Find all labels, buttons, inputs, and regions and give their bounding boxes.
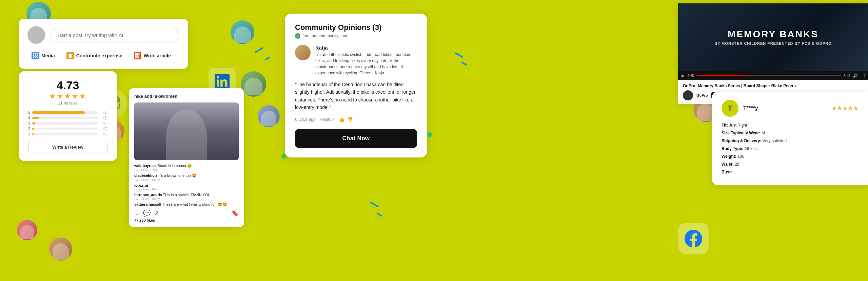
review-avatar: T	[722, 100, 738, 117]
article-label: Write article	[144, 53, 171, 58]
review-stars: ★★★★★	[831, 105, 859, 112]
helpful-label: Helpful?	[320, 117, 335, 122]
linkedin-user-avatar	[27, 26, 45, 44]
review-size: Size Typically Wear: M	[722, 130, 859, 136]
review-body-type: Body Type: Athletic	[722, 146, 859, 152]
yt-duration: 8:12	[844, 74, 850, 78]
thumbs-down-button[interactable]: 👎	[347, 117, 353, 122]
bar-2: 2 (0)	[28, 127, 107, 131]
community-source: ✓ from our community chat	[295, 33, 417, 39]
dash-decoration-6	[461, 61, 467, 66]
community-source-text: from our community chat	[302, 34, 347, 38]
yt-fullscreen-icon[interactable]: ⛶	[861, 73, 865, 78]
review-user-info: T****y	[743, 105, 758, 111]
instagram-header: nike and nikewomen ···	[134, 93, 239, 99]
rating-card: 4.73 ★★★★★ 11 reviews 5 (9) 4 (1) 3 (0) …	[19, 71, 117, 161]
channel-name: GoPro	[696, 93, 708, 97]
rating-count: 11 reviews	[28, 101, 107, 106]
instagram-likes: 77.268 likes	[134, 218, 239, 222]
rating-stars: ★★★★★	[28, 92, 107, 101]
instagram-account: nike and nikewomen	[134, 94, 177, 99]
dash-decoration-5	[455, 52, 464, 58]
instagram-options[interactable]: ···	[234, 93, 239, 99]
instagram-card: nike and nikewomen ··· weir.bayreez Stuc…	[129, 88, 244, 227]
dot-decoration	[281, 154, 286, 159]
review-fit: Fit: Just Right	[722, 122, 859, 128]
facebook-icon	[678, 223, 709, 254]
reviewer-info: Katja I'm an enthusiastic cyclist. I rid…	[315, 45, 417, 76]
review-card-right: T T****y ★★★★★ Fit: Just Right Size Typi…	[712, 92, 868, 185]
reviewer-avatar	[295, 45, 311, 60]
ig-like-icon[interactable]: ♡	[134, 209, 140, 217]
yt-play-icon[interactable]: ▶	[682, 73, 685, 78]
instagram-comments: weir.bayreez Stuck in la panna 😊 1w · 1 …	[134, 164, 239, 207]
ig-comment-2: cladeseldiciz It's a brown one too 🤩 1w …	[134, 173, 239, 182]
dash-decoration-3	[370, 201, 379, 207]
review-bust: Bust:	[722, 169, 859, 175]
linkedin-post-card: 🖼 Media 📋 Contribute expertise 📝 Write a…	[19, 19, 188, 69]
rating-bars: 5 (9) 4 (1) 3 (0) 2 (0) 1 (0)	[28, 110, 107, 136]
community-time: 6 Days ago	[295, 117, 316, 122]
linkedin-actions: 🖼 Media 📋 Contribute expertise 📝 Write a…	[27, 50, 179, 61]
instagram-actions: ♡ 💬 ↗ 🔖	[134, 209, 239, 217]
article-icon: 📝	[134, 52, 141, 59]
ig-comment-icon[interactable]: 💬	[143, 209, 151, 217]
dash-decoration-1	[255, 47, 264, 53]
thumbs-up-button[interactable]: 👍	[339, 117, 344, 122]
community-title: Community Opinions (3)	[295, 23, 417, 32]
yt-subtitle-overlay: BY MONSTER CHILDREN PRESENTED BY FCS & G…	[714, 41, 832, 45]
linkedin-contribute-button[interactable]: 📋 Contribute expertise	[62, 50, 126, 61]
community-meta: 6 Days ago Helpful? 👍 👎	[295, 117, 417, 122]
avatar-person-7	[258, 105, 280, 127]
bar-4: 4 (1)	[28, 116, 107, 120]
ig-share-icon[interactable]: ↗	[154, 209, 159, 217]
ig-comment-5: vattiera.hassall These are what I was wa…	[134, 202, 239, 207]
reviewer-bio: I'm an enthusiastic cyclist. I ride road…	[315, 52, 417, 76]
contribute-icon: 📋	[66, 52, 74, 59]
write-review-button[interactable]: Write a Review	[28, 141, 107, 153]
media-label: Media	[41, 53, 55, 58]
youtube-controls: ▶ 2:45 8:12 🔊 ⛶	[678, 71, 868, 80]
yt-volume-icon[interactable]: 🔊	[853, 73, 858, 78]
review-waist: Waist: 28	[722, 161, 859, 167]
linkedin-post-input[interactable]	[50, 28, 179, 42]
youtube-video: MEMORY BANKS BY MONSTER CHILDREN PRESENT…	[678, 3, 868, 71]
helpful-buttons: 👍 👎	[339, 117, 353, 122]
avatar-person-4	[17, 220, 37, 240]
yt-time: 2:45	[687, 74, 694, 78]
avatar-person-6	[241, 71, 266, 97]
ig-comment-3: jopzz.gi 1w · 4 likes · Reply	[134, 183, 239, 191]
gopro-channel-logo	[683, 90, 693, 100]
review-header: T T****y ★★★★★	[722, 100, 859, 117]
dash-decoration-4	[376, 212, 382, 217]
media-icon: 🖼	[32, 52, 39, 59]
yt-title-overlay: MEMORY BANKS	[728, 29, 818, 40]
community-reviewer: Katja I'm an enthusiastic cyclist. I rid…	[295, 45, 417, 76]
review-username: T****y	[743, 105, 758, 111]
community-quote: "The handlebar of the Centurion Lhasa ca…	[295, 81, 417, 111]
ig-save-icon[interactable]: 🔖	[231, 209, 239, 217]
avatar-person-3	[49, 238, 72, 261]
youtube-progress-bar[interactable]	[696, 75, 841, 76]
bar-5: 5 (9)	[28, 110, 107, 114]
bar-3: 3 (0)	[28, 121, 107, 125]
dash-decoration-2	[264, 56, 271, 61]
chat-now-button[interactable]: Chat Now	[295, 129, 417, 148]
linkedin-article-button[interactable]: 📝 Write article	[130, 50, 175, 61]
bar-1: 1 (0)	[28, 132, 107, 136]
reviewer-name: Katja	[315, 45, 417, 51]
review-avatar-letter: T	[728, 104, 732, 113]
review-weight: Weight: 136	[722, 153, 859, 160]
youtube-card: MEMORY BANKS BY MONSTER CHILDREN PRESENT…	[678, 3, 868, 104]
community-opinions-card: Community Opinions (3) ✓ from our commun…	[285, 14, 427, 157]
dot-decoration	[427, 132, 432, 137]
verified-icon: ✓	[295, 33, 300, 39]
youtube-video-title: GoPro: Memory Banks Series | Board Shape…	[683, 83, 863, 88]
instagram-image	[134, 102, 239, 160]
rating-score: 4.73	[28, 79, 107, 92]
linkedin-input-row	[27, 26, 179, 44]
ig-comment-1: weir.bayreez Stuck in la panna 😊 1w · 1 …	[134, 164, 239, 172]
ig-comment-4: terrance_advris This is a special TIANK …	[134, 193, 239, 201]
linkedin-media-button[interactable]: 🖼 Media	[27, 50, 59, 61]
review-shipping: Shipping & Delivery: Very satisfied	[722, 138, 859, 144]
